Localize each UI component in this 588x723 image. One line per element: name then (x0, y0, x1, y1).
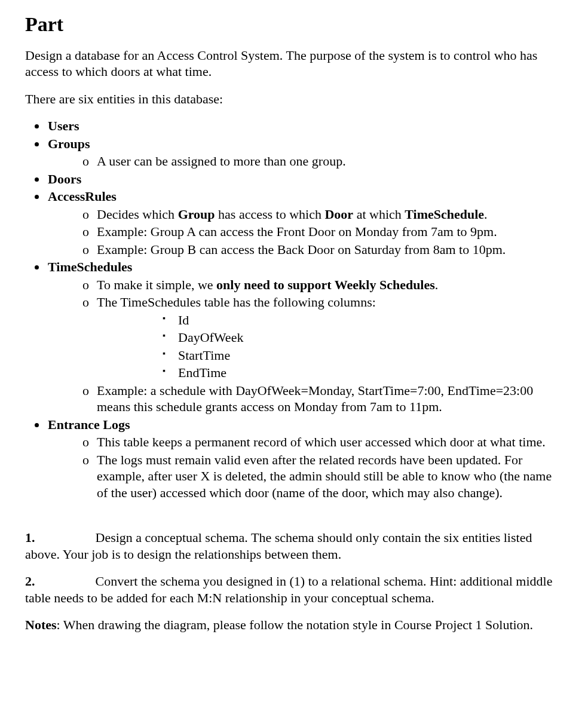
ts-note-3: Example: a schedule with DayOfWeek=Monda… (82, 382, 563, 415)
document-page: Part Design a database for an Access Con… (0, 0, 588, 723)
ts-col-starttime-text: StartTime (178, 348, 230, 363)
page-title: Part (25, 12, 563, 38)
entity-timeschedules-label: TimeSchedules (48, 259, 132, 274)
entity-users-label: Users (48, 118, 79, 133)
ts1-bold: only need to support Weekly Schedules (216, 277, 435, 292)
accessrules-note-1: Decides which Group has access to which … (82, 206, 563, 223)
entities-list: Users Groups A user can be assigned to m… (25, 118, 563, 501)
ts3-text: Example: a schedule with DayOfWeek=Monda… (97, 383, 533, 415)
entity-entrancelogs: Entrance Logs This table keeps a permane… (47, 416, 563, 501)
accessrules-note-2: Example: Group A can access the Front Do… (82, 223, 563, 240)
notes-label: Notes (25, 617, 57, 632)
entity-accessrules-sublist: Decides which Group has access to which … (48, 206, 563, 258)
ts-col-endtime-text: EndTime (178, 365, 226, 380)
intro-paragraph-1: Design a database for an Access Control … (25, 47, 563, 80)
ar3-text: Example: Group B can access the Back Doo… (97, 242, 506, 257)
ts-columns-list: Id DayOfWeek StartTime EndTime (97, 312, 563, 381)
ar1-ts: TimeSchedule (405, 207, 484, 222)
ts-col-dayofweek: DayOfWeek (163, 329, 563, 346)
ts-col-id-text: Id (178, 313, 189, 327)
ar1-pre: Decides which (97, 207, 178, 222)
ar1-mid2: at which (353, 207, 405, 222)
ts1-pre: To make it simple, we (97, 277, 216, 292)
ar1-door: Door (324, 207, 353, 222)
ts-col-id: Id (163, 312, 563, 329)
task-2-number: 2. (25, 574, 35, 589)
entity-timeschedules: TimeSchedules To make it simple, we only… (47, 259, 563, 415)
entity-entrancelogs-sublist: This table keeps a permanent record of w… (48, 434, 563, 501)
task-2: 2. Convert the schema you designed in (1… (25, 573, 563, 606)
task-2-text: Convert the schema you designed in (1) t… (25, 574, 552, 605)
ts-col-starttime: StartTime (163, 347, 563, 364)
entity-groups-label: Groups (48, 136, 90, 151)
section-spacer (25, 511, 563, 529)
ar1-post: . (484, 207, 488, 222)
el2-text: The logs must remain valid even after th… (97, 452, 552, 500)
ts-note-1: To make it simple, we only need to suppo… (82, 277, 563, 293)
el-note-2: The logs must remain valid even after th… (82, 452, 563, 501)
ts1-post: . (435, 277, 439, 292)
task-1: 1. Design a conceptual schema. The schem… (25, 529, 563, 562)
intro-paragraph-2: There are six entities in this database: (25, 91, 563, 108)
entity-timeschedules-sublist: To make it simple, we only need to suppo… (48, 277, 563, 415)
entity-groups-sublist: A user can be assigned to more than one … (48, 153, 563, 170)
ar1-mid1: has access to which (215, 207, 325, 222)
notes: Notes: When drawing the diagram, please … (25, 617, 563, 633)
ts-col-dayofweek-text: DayOfWeek (178, 330, 243, 345)
groups-note-1: A user can be assigned to more than one … (82, 153, 563, 170)
entity-entrancelogs-label: Entrance Logs (48, 417, 130, 432)
entity-doors: Doors (47, 171, 563, 188)
ts-note-2: The TimeSchedules table has the followin… (82, 294, 563, 381)
ts-col-endtime: EndTime (163, 364, 563, 381)
ts2-text: The TimeSchedules table has the followin… (97, 295, 376, 310)
el1-text: This table keeps a permanent record of w… (97, 434, 546, 449)
task-1-number: 1. (25, 530, 35, 545)
groups-note-1-text: A user can be assigned to more than one … (97, 154, 346, 169)
accessrules-note-3: Example: Group B can access the Back Doo… (82, 241, 563, 258)
ar2-text: Example: Group A can access the Front Do… (97, 224, 497, 239)
el-note-1: This table keeps a permanent record of w… (82, 434, 563, 451)
entity-accessrules: AccessRules Decides which Group has acce… (47, 188, 563, 258)
entity-accessrules-label: AccessRules (48, 189, 117, 204)
entity-users: Users (47, 118, 563, 134)
ar1-group: Group (178, 207, 215, 222)
task-1-text: Design a conceptual schema. The schema s… (25, 530, 532, 562)
entity-groups: Groups A user can be assigned to more th… (47, 136, 563, 170)
entity-doors-label: Doors (48, 171, 81, 186)
notes-text: : When drawing the diagram, please follo… (57, 617, 534, 632)
